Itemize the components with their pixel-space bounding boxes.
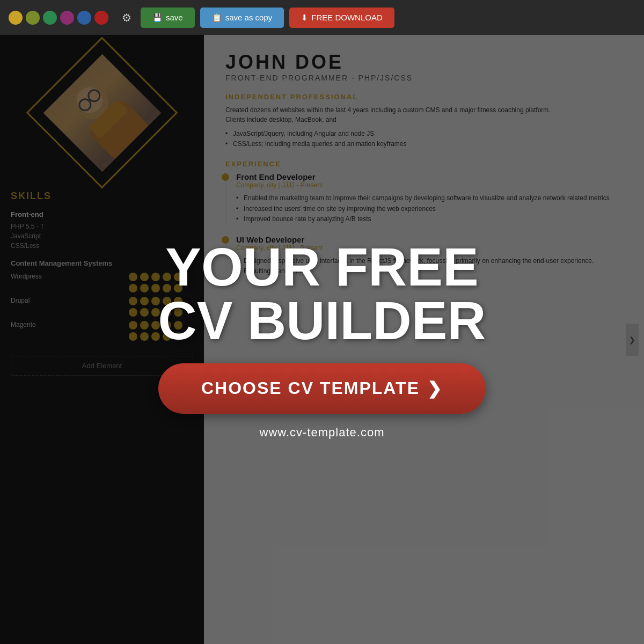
copy-icon: 📋 [212, 13, 222, 23]
color-blue[interactable] [77, 11, 91, 25]
color-yellow[interactable] [9, 11, 23, 25]
save-copy-button[interactable]: 📋 save as copy [200, 8, 284, 28]
color-red[interactable] [94, 11, 108, 25]
overlay-url: www.cv-template.com [260, 426, 385, 440]
overlay-line1: YOUR FREE [165, 237, 478, 297]
main-area: SKILLS Front-end PHP 5.5 - TJavaScriptCS… [0, 35, 644, 644]
save-button[interactable]: 💾 save [141, 8, 195, 28]
cta-label: CHOOSE CV TEMPLATE [201, 378, 420, 398]
save-copy-label: save as copy [225, 13, 273, 22]
settings-button[interactable]: ⚙ [118, 9, 135, 26]
save-label: save [166, 13, 183, 22]
color-green[interactable] [43, 11, 57, 25]
choose-template-button[interactable]: CHOOSE CV TEMPLATE ❯ [158, 363, 486, 414]
download-label: FREE DOWNLOAD [311, 13, 383, 22]
cta-arrow: ❯ [427, 378, 443, 399]
download-icon: ⬇ [301, 13, 308, 23]
toolbar: ⚙ 💾 save 📋 save as copy ⬇ FREE DOWNLOAD [0, 0, 644, 35]
overlay-line2: CV BUILDER [158, 290, 486, 350]
save-icon: 💾 [152, 13, 163, 23]
color-palette [9, 11, 108, 25]
download-button[interactable]: ⬇ FREE DOWNLOAD [289, 8, 394, 28]
overlay-headline: YOUR FREE CV BUILDER [158, 240, 486, 347]
promo-overlay: YOUR FREE CV BUILDER CHOOSE CV TEMPLATE … [0, 35, 644, 644]
color-olive[interactable] [26, 11, 40, 25]
color-purple[interactable] [60, 11, 74, 25]
